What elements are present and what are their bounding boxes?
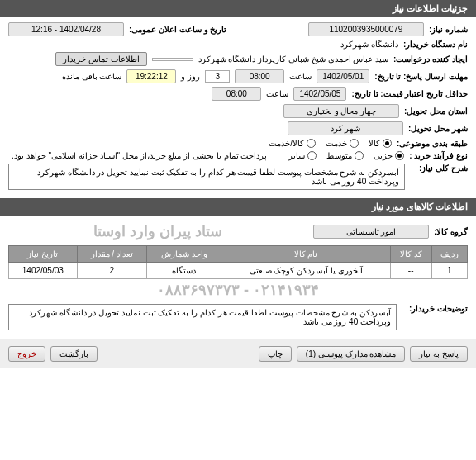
contact-button[interactable]: اطلاعات تماس خریدار bbox=[55, 52, 147, 66]
radio-dot-icon bbox=[355, 151, 364, 160]
radio-dot-icon bbox=[350, 139, 359, 148]
label-goods-group: گروه کالا: bbox=[434, 227, 468, 236]
cell-name: آبخوری یا آبسردکن کوچک صنعتی bbox=[221, 263, 390, 279]
th-date: تاریخ نیاز bbox=[9, 246, 78, 263]
cell-unit: دستگاه bbox=[146, 263, 221, 279]
label-need-number: شماره نیاز: bbox=[429, 25, 468, 34]
print-button[interactable]: چاپ bbox=[259, 346, 292, 362]
payment-note: پرداخت تمام یا بخشی از مبلغ خرید،از محل … bbox=[12, 151, 267, 160]
label-day-and: روز و bbox=[181, 72, 200, 81]
value-validity-date: 1402/05/05 bbox=[293, 87, 346, 101]
respond-button[interactable]: پاسخ به نیاز bbox=[410, 346, 468, 362]
label-buyer-org: نام دستگاه خریدار: bbox=[403, 40, 468, 49]
form-need-details: شماره نیاز: 1102003935000079 تاریخ و ساع… bbox=[0, 17, 476, 198]
value-buyer-org: دانشگاه شهرکرد bbox=[340, 40, 398, 49]
value-requester: سید عباس احمدی شیخ شبانی کارپرداز دانشگا… bbox=[198, 55, 388, 64]
label-validity: حداقل تاریخ اعتبار قیمت: تا تاریخ: bbox=[351, 89, 468, 98]
label-location: استان محل تحویل: bbox=[404, 107, 468, 116]
radio-dot-icon bbox=[395, 151, 404, 160]
cell-date: 1402/05/03 bbox=[9, 263, 78, 279]
value-days-left: 3 bbox=[205, 70, 230, 83]
th-name: نام کالا bbox=[221, 246, 390, 263]
label-purchase-type: نوع فرآیند خرید : bbox=[409, 151, 468, 160]
attachments-button[interactable]: مشاهده مدارک پیوستی (1) bbox=[297, 346, 406, 362]
label-time-2: ساعت bbox=[266, 89, 288, 98]
cell-code: -- bbox=[390, 263, 431, 279]
label-category: طبقه بندی موضوعی: bbox=[397, 139, 468, 148]
label-city: شهر محل تحویل: bbox=[408, 124, 468, 133]
contact-input[interactable] bbox=[152, 58, 193, 61]
value-city: شهر کرد bbox=[288, 121, 403, 135]
section-header-need-details: جزئیات اطلاعات نیاز bbox=[0, 0, 476, 17]
th-row: ردیف bbox=[431, 246, 467, 263]
th-qty: تعداد / مقدار bbox=[77, 246, 146, 263]
value-deadline-time: 08:00 bbox=[235, 69, 284, 83]
value-goods-group: امور تاسیساتی bbox=[313, 225, 429, 239]
section-header-goods: اطلاعات کالاهای مورد نیاز bbox=[0, 198, 476, 216]
radio-both[interactable]: کالا/خدمت bbox=[269, 139, 316, 148]
radio-dot-icon bbox=[383, 139, 392, 148]
label-requester: ایجاد کننده درخواست: bbox=[393, 55, 468, 64]
label-desc: شرح کلی نیاز: bbox=[410, 164, 468, 173]
th-unit: واحد شمارش bbox=[146, 246, 221, 263]
label-time-1: ساعت bbox=[289, 72, 312, 81]
value-location: چهار محال و بختیاری bbox=[283, 104, 399, 118]
cell-row: 1 bbox=[431, 263, 467, 279]
label-buyer-notes: توضیحات خریدار: bbox=[402, 304, 468, 313]
radio-group-purchase: جزیی متوسط سایر bbox=[288, 151, 404, 160]
cell-qty: 2 bbox=[77, 263, 146, 279]
back-button[interactable]: بازگشت bbox=[50, 346, 98, 362]
watermark-1: ستاد پیران وارد اوستا bbox=[8, 221, 308, 242]
form-goods: گروه کالا: امور تاسیساتی ستاد پیران وارد… bbox=[0, 216, 476, 339]
label-deadline: مهلت ارسال پاسخ: تا تاریخ: bbox=[374, 72, 468, 81]
radio-goods[interactable]: کالا bbox=[369, 139, 392, 148]
goods-table: ردیف کد کالا نام کالا واحد شمارش تعداد /… bbox=[8, 245, 468, 279]
watermark-2: ۰۲۱۴۱۹۳۴ - ۰۸۸۳۶۹۷۳۷۳ bbox=[8, 279, 468, 301]
value-hours-left: 19:22:12 bbox=[126, 69, 176, 83]
radio-partial[interactable]: جزیی bbox=[374, 151, 404, 160]
radio-dot-icon bbox=[307, 151, 317, 160]
table-row[interactable]: 1 -- آبخوری یا آبسردکن کوچک صنعتی دستگاه… bbox=[9, 263, 468, 279]
buyer-notes-box: آبسردکن به شرح مشخصات پیوست لطفا قیمت هر… bbox=[8, 304, 397, 330]
radio-dot-icon bbox=[307, 139, 316, 148]
value-validity-time: 08:00 bbox=[212, 87, 261, 101]
exit-button[interactable]: خروج bbox=[8, 346, 45, 362]
radio-service[interactable]: خدمت bbox=[326, 139, 359, 148]
label-announce: تاریخ و ساعت اعلان عمومی: bbox=[129, 25, 226, 34]
radio-group-category: کالا خدمت کالا/خدمت bbox=[269, 139, 392, 148]
value-announce: 1402/04/28 - 12:16 bbox=[8, 22, 124, 36]
radio-medium[interactable]: متوسط bbox=[326, 151, 364, 160]
value-need-number: 1102003935000079 bbox=[308, 22, 424, 36]
th-code: کد کالا bbox=[390, 246, 431, 263]
label-remaining: ساعت باقی مانده bbox=[62, 72, 122, 81]
button-row: پاسخ به نیاز مشاهده مدارک پیوستی (1) چاپ… bbox=[0, 339, 476, 368]
value-deadline-date: 1402/05/01 bbox=[317, 69, 369, 83]
radio-other[interactable]: سایر bbox=[288, 151, 317, 160]
desc-box: آبسردکن به شرح مشخصات پیوست لطفا قیمت هر… bbox=[8, 164, 405, 190]
